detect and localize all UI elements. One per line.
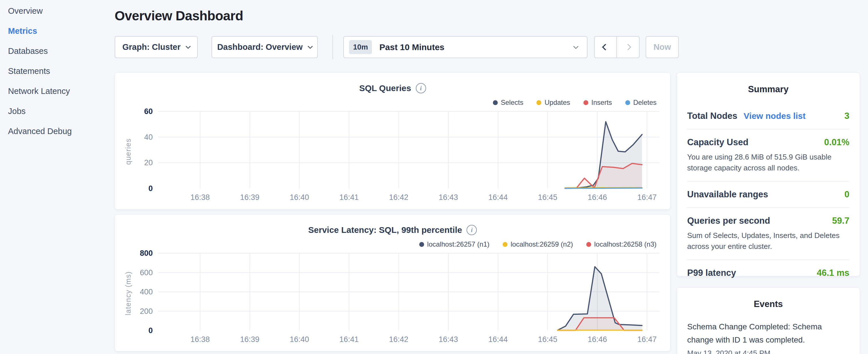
svg-text:16:40: 16:40 [290,193,309,202]
summary-row-p99-latency: P99 latency46.1 ms [687,259,849,286]
sidebar-item-metrics[interactable]: Metrics [8,27,112,35]
chart-plot-area: queries 16:3816:3916:4016:4116:4216:4316… [115,108,670,209]
graph-dropdown[interactable]: Graph: Cluster [115,36,198,58]
summary-label: Unavailable ranges [687,189,768,200]
sidebar-item-jobs[interactable]: Jobs [8,107,112,116]
summary-title: Summary [677,84,860,95]
summary-value: 0 [844,189,849,200]
chevron-right-icon [624,43,631,51]
sidebar-item-statements[interactable]: Statements [8,67,112,75]
summary-value: 0.01% [824,137,849,148]
events-panel: Events Schema Change Completed: Schema c… [677,287,860,354]
legend-item-inserts: Inserts [584,99,612,106]
toolbar-divider [333,35,333,59]
legend-dot [625,100,630,105]
event-text: Schema Change Completed: Schema change w… [687,320,849,347]
summary-panel: Summary Total NodesView nodes list3Capac… [677,72,860,277]
summary-row-capacity-used: Capacity Used0.01%You are using 28.6 MiB… [687,129,849,181]
legend-dot [584,100,588,105]
service-latency-chart-card: Service Latency: SQL, 99th percentile i … [115,214,671,351]
legend-item-localhost-26257-n1: localhost:26257 (n1) [419,240,490,248]
dashboard-dropdown-label: Dashboard: Overview [217,42,303,52]
info-icon[interactable]: i [416,83,426,93]
svg-text:16:44: 16:44 [488,335,508,344]
event-timestamp: May 13, 2020 at 4:45 PM [687,349,849,354]
sidebar-item-databases[interactable]: Databases [8,47,112,55]
svg-text:0: 0 [149,184,153,193]
events-list: Schema Change Completed: Schema change w… [677,320,860,354]
graph-dropdown-label: Graph: Cluster [122,42,181,52]
svg-text:20: 20 [144,158,153,167]
legend-item-updates: Updates [536,99,570,106]
sidebar-item-advanced-debug[interactable]: Advanced Debug [8,127,112,135]
chart-title: Service Latency: SQL, 99th percentile [308,225,462,235]
time-step-buttons [594,36,640,58]
svg-text:16:39: 16:39 [240,335,260,344]
chart-legend: SelectsUpdatesInsertsDeletes [493,99,657,106]
app-root: OverviewMetricsDatabasesStatementsNetwor… [0,0,868,354]
svg-text:40: 40 [144,133,153,141]
prev-range-button[interactable] [595,37,617,58]
svg-text:16:45: 16:45 [538,335,557,344]
service-latency-chart: 16:3816:3916:4016:4116:4216:4316:4416:45… [132,250,668,351]
time-range-badge: 10m [349,40,372,54]
svg-text:600: 600 [140,268,153,277]
svg-text:16:44: 16:44 [488,193,508,202]
svg-text:800: 800 [140,250,153,257]
view-nodes-link[interactable]: View nodes list [744,111,806,121]
sidebar-nav: OverviewMetricsDatabasesStatementsNetwor… [0,0,112,354]
next-range-button[interactable] [617,37,639,58]
legend-dot [536,100,541,105]
summary-label: Total Nodes [687,111,737,121]
summary-value: 59.7 [832,216,849,226]
svg-text:16:41: 16:41 [339,193,359,202]
svg-text:16:38: 16:38 [190,335,210,344]
sql-queries-chart-card: SQL Queries i SelectsUpdatesInsertsDelet… [115,72,671,210]
svg-text:16:45: 16:45 [538,193,557,202]
svg-text:16:40: 16:40 [290,335,309,344]
svg-text:0: 0 [149,326,153,335]
svg-text:60: 60 [144,108,153,116]
summary-subtext: Sum of Selects, Updates, Inserts, and De… [687,230,849,252]
dashboard-dropdown[interactable]: Dashboard: Overview [212,36,318,58]
svg-text:16:42: 16:42 [389,193,409,202]
y-axis-unit-label: latency (ms) [124,271,132,315]
chevron-down-icon [185,43,191,49]
summary-rows: Total NodesView nodes list3Capacity Used… [677,101,860,286]
svg-text:16:47: 16:47 [637,193,657,202]
y-axis-unit-label: queries [124,138,132,165]
svg-text:16:38: 16:38 [190,193,210,202]
summary-label: Capacity Used [687,137,748,148]
svg-text:16:46: 16:46 [588,335,607,344]
chart-legend: localhost:26257 (n1)localhost:26259 (n2)… [419,240,656,248]
events-title: Events [677,299,860,309]
legend-item-deletes: Deletes [625,99,656,106]
chevron-down-icon [308,43,313,49]
sidebar-item-overview[interactable]: Overview [8,7,112,15]
chevron-left-icon [602,43,609,51]
sql-queries-chart: 16:3816:3916:4016:4116:4216:4316:4416:45… [132,108,668,209]
time-range-dropdown[interactable]: 10m Past 10 Minutes [343,36,587,58]
sidebar-item-network-latency[interactable]: Network Latency [8,87,112,95]
legend-dot [493,100,498,105]
summary-value: 3 [844,111,849,121]
summary-row-total-nodes: Total NodesView nodes list3 [687,103,849,129]
legend-dot [586,242,591,247]
svg-text:16:41: 16:41 [339,335,359,344]
now-button[interactable]: Now [646,36,679,58]
chevron-down-icon [573,43,578,49]
svg-text:16:43: 16:43 [439,193,458,202]
legend-item-localhost-26259-n2: localhost:26259 (n2) [503,240,573,248]
summary-label: Queries per second [687,216,770,226]
legend-item-localhost-26258-n3: localhost:26258 (n3) [586,240,656,248]
chart-title: SQL Queries [359,83,411,93]
summary-subtext: You are using 28.6 MiB of 515.9 GiB usab… [687,152,849,173]
legend-dot [419,242,424,247]
svg-text:400: 400 [140,288,153,296]
svg-text:16:47: 16:47 [637,335,657,344]
svg-text:16:42: 16:42 [389,335,409,344]
svg-text:16:43: 16:43 [439,335,458,344]
event-item: Schema Change Completed: Schema change w… [687,320,849,354]
info-icon[interactable]: i [467,225,477,235]
legend-dot [503,242,507,247]
